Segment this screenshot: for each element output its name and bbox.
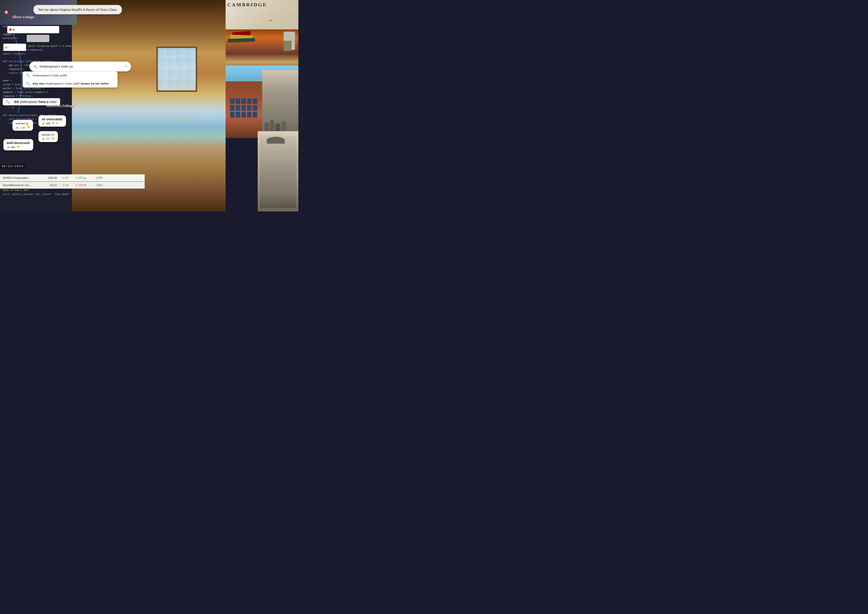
- svg-point-5: [270, 19, 272, 21]
- search-icon: 🔍: [33, 65, 37, 68]
- stock-price-nvidia: 138.85: [39, 176, 57, 180]
- input-icon: ✿: [5, 45, 8, 50]
- well-deserved-text: well-deserved!: [6, 141, 30, 145]
- stock-vol-soundhound: 42M: [88, 183, 102, 187]
- overrated-text: so overrated.: [42, 117, 63, 121]
- like-icon-overrated: 👍: [42, 122, 45, 125]
- chat-bubble-text: Tell me about Virginia Woolf's A Room of…: [38, 8, 117, 11]
- women-thumbsup-reactions: 👍 1.3K 👎: [16, 126, 30, 129]
- dislike-icon-coffee: 👎: [51, 137, 55, 140]
- dislike-icon-women: 👎: [27, 126, 30, 129]
- shakespeare-query-box: 🔍 did shakespeare have a sister: [3, 98, 60, 106]
- book-3: [228, 38, 255, 42]
- input-dot-red: [9, 28, 12, 31]
- share-icon: ↗: [56, 122, 58, 125]
- search-input-text[interactable]: Shakespeare's sister ju|: [39, 65, 125, 68]
- date-text: 30/12/2024: [2, 165, 23, 168]
- stock-row-nvidia: NVIDIA Corporation 138.85 +1.84 1.35%▲ 8…: [0, 174, 145, 182]
- svg-line-0: [226, 14, 298, 18]
- input-dot-blue: [12, 29, 14, 31]
- painting-text-overlay: is a pioneering work of feminist literat…: [79, 116, 218, 120]
- search-value-normal: u|: [70, 65, 73, 68]
- ac-text-1: shakespeare's sister judith: [33, 74, 67, 77]
- search-value-bold: Shakespeare's sister j: [39, 65, 70, 68]
- women-coffee-text: women☕: [42, 133, 55, 136]
- overrated-likes: 349: [46, 122, 50, 125]
- like-icon-women: 👍: [16, 126, 19, 129]
- ac-search-icon-1: 🔍: [26, 74, 30, 77]
- input-box-2[interactable]: [27, 35, 49, 42]
- input-box-1[interactable]: [7, 26, 59, 33]
- girton-college-label: Girton College: [12, 16, 34, 19]
- cambridge-title: CAMBRIDGE: [228, 2, 267, 8]
- suffragette-figure: [258, 131, 298, 211]
- shakespeare-query-text: did shakespeare have a sister: [14, 100, 57, 104]
- dislike-icon: 👎: [51, 122, 55, 125]
- stock-name-nvidia: NVIDIA Corporation: [3, 176, 39, 180]
- autocomplete-item-2[interactable]: 🔍 why was shakespeare's sister judith be…: [23, 79, 118, 87]
- ac-text-2: why was shakespeare's sister judith beat…: [33, 82, 109, 85]
- well-deserved-likes: 403: [11, 146, 15, 149]
- well-deserved-reactions: 👍 403 👎: [6, 146, 30, 149]
- building-windows: [230, 98, 257, 118]
- autocomplete-item-1[interactable]: 🔍 shakespeare's sister judith: [23, 72, 118, 79]
- input-box-3[interactable]: ✿: [3, 44, 26, 51]
- svg-line-1: [226, 23, 298, 27]
- ac-search-icon-2: 🔍: [26, 82, 30, 85]
- comment-bubble-overrated: so overrated. 👍 349 👎 ↗: [39, 115, 66, 127]
- comment-bubble-well-deserved: well-deserved! 👍 403 👎: [3, 139, 33, 151]
- stock-pct-nvidia: 1.35%▲: [71, 176, 88, 180]
- books-collage: [226, 30, 298, 70]
- women-coffee-likes: 727: [46, 137, 50, 140]
- stock-row-soundhound: SoundHound AI, Inc... 22.57 -1.38 5.76%▼…: [0, 182, 145, 189]
- map-pin-girton: [4, 10, 9, 15]
- date-overlay: 30/12/2024: [0, 164, 25, 168]
- women-coffee-reactions: 👍 727 👎: [42, 137, 55, 140]
- women-thumbsup-text: women👍: [16, 122, 30, 125]
- canteen-2: [284, 41, 291, 51]
- stock-price-soundhound: 22.57: [39, 183, 57, 187]
- women-thumbsup-likes: 1.3K: [20, 126, 25, 129]
- dislike-icon-well: 👎: [17, 146, 20, 149]
- search-clear-button[interactable]: ✕: [125, 64, 127, 69]
- stock-ticker: NVIDIA Corporation 138.85 +1.84 1.35%▲ 8…: [0, 174, 145, 189]
- autocomplete-dropdown[interactable]: 🔍 shakespeare's sister judith 🔍 why was …: [23, 72, 118, 87]
- like-icon-coffee: 👍: [42, 137, 45, 140]
- stock-name-soundhound: SoundHound AI, Inc...: [3, 183, 39, 187]
- comment-bubble-women-coffee: women☕ 👍 727 👎: [39, 131, 58, 142]
- stock-change-nvidia: +1.84: [57, 176, 71, 180]
- search-bar[interactable]: 🔍 Shakespeare's sister ju| ✕: [29, 62, 131, 72]
- stock-vol-nvidia: 87M: [88, 176, 102, 180]
- feminist-lit-text: is a pioneering work of feminist literat…: [79, 117, 196, 120]
- like-icon-well: 👍: [6, 146, 10, 149]
- chat-bubble-query: Tell me about Virginia Woolf's A Room of…: [33, 5, 122, 14]
- stock-pct-soundhound: 5.76%▼: [71, 183, 88, 187]
- shakespeare-search-icon: 🔍: [6, 100, 9, 104]
- overrated-reactions: 👍 349 👎 ↗: [42, 122, 63, 125]
- painting-window: [157, 47, 197, 92]
- figure-hat: [267, 137, 285, 144]
- comment-bubble-women-thumbsup: women👍 👍 1.3K 👎: [12, 120, 33, 131]
- stock-change-soundhound: -1.38: [57, 183, 71, 187]
- figure-body: [260, 136, 296, 208]
- women-group-photo: [262, 70, 298, 138]
